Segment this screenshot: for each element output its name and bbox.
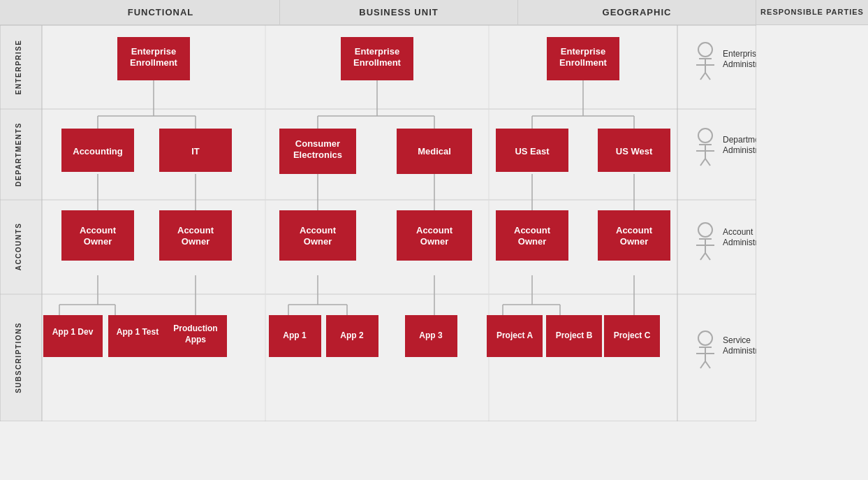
svg-rect-123 [699,238,712,240]
svg-rect-32 [61,210,134,261]
svg-text:Owner: Owner [420,236,448,247]
svg-text:Department: Department [723,135,756,145]
svg-text:Owner: Owner [304,236,332,247]
svg-rect-107 [699,58,712,59]
svg-line-135 [705,361,710,368]
header-functional: FUNCTIONAL [42,0,280,24]
svg-text:IT: IT [191,146,200,157]
svg-text:Service: Service [723,335,751,345]
svg-text:Apps: Apps [185,335,206,344]
svg-text:ENTERPRISE: ENTERPRISE [15,40,22,95]
svg-text:Account: Account [723,227,753,237]
svg-text:Account: Account [80,225,117,235]
svg-text:DEPARTMENTS: DEPARTMENTS [15,122,22,187]
svg-text:Administrators: Administrators [723,346,756,356]
svg-text:US East: US East [515,146,550,157]
svg-point-130 [698,331,712,345]
header-geographic: GEOGRAPHIC [518,0,756,24]
header-business-unit: BUSINESS UNIT [280,0,518,24]
svg-text:Project A: Project A [496,330,534,340]
svg-text:Owner: Owner [182,236,209,247]
svg-text:Owner: Owner [84,236,112,247]
svg-text:Consumer: Consumer [295,138,340,149]
svg-point-114 [698,129,712,143]
svg-text:Account: Account [300,225,337,235]
svg-point-122 [698,223,712,237]
svg-point-106 [698,43,712,57]
svg-text:Enterprise: Enterprise [131,46,176,57]
svg-text:Account: Account [616,225,653,235]
svg-rect-115 [699,144,712,145]
svg-text:Enterprise: Enterprise [723,49,756,59]
svg-rect-35 [159,210,232,261]
svg-text:App 2: App 2 [340,330,364,340]
svg-text:Owner: Owner [620,236,648,247]
svg-text:App 3: App 3 [419,330,443,340]
svg-text:Enrollment: Enrollment [559,57,608,68]
svg-text:Accounting: Accounting [73,146,123,157]
svg-text:Enrollment: Enrollment [130,57,178,68]
svg-text:Account: Account [177,225,214,235]
svg-text:App 1 Test: App 1 Test [117,327,159,337]
diagram-container: ENTERPRISE DEPARTMENTS ACCOUNTS SUBSCRIP… [0,25,868,480]
svg-text:App 1 Dev: App 1 Dev [52,327,94,337]
svg-text:Owner: Owner [518,236,546,247]
svg-text:Account: Account [514,225,551,235]
svg-rect-94 [496,210,568,261]
svg-rect-67 [397,210,472,261]
page-container: FUNCTIONAL BUSINESS UNIT GEOGRAPHIC RESP… [0,0,868,480]
svg-line-119 [705,159,710,166]
svg-text:Enterprise: Enterprise [355,46,399,57]
svg-text:Enrollment: Enrollment [353,57,402,68]
svg-text:Medical: Medical [418,146,451,157]
svg-rect-131 [699,347,712,348]
svg-text:Electronics: Electronics [293,150,342,160]
svg-text:Administrators: Administrators [723,238,756,247]
svg-text:ACCOUNTS: ACCOUNTS [15,223,22,271]
svg-text:Project C: Project C [614,330,651,340]
svg-rect-64 [279,210,356,261]
svg-text:US West: US West [616,146,653,157]
svg-text:Account: Account [416,225,453,235]
svg-line-134 [700,361,705,368]
svg-text:App 1: App 1 [283,330,307,340]
org-chart-svg: ENTERPRISE DEPARTMENTS ACCOUNTS SUBSCRIP… [0,25,756,421]
svg-text:Production: Production [173,323,217,333]
header-row: FUNCTIONAL BUSINESS UNIT GEOGRAPHIC RESP… [0,0,868,25]
svg-line-111 [705,73,710,80]
svg-text:Administrators: Administrators [723,145,756,155]
svg-text:SUBSCRIPTIONS: SUBSCRIPTIONS [15,322,22,393]
svg-text:Administrators: Administrators [723,59,756,69]
svg-line-118 [700,159,705,166]
svg-rect-97 [598,210,670,261]
header-responsible: RESPONSIBLE PARTIES [756,0,868,24]
svg-text:Project B: Project B [556,330,593,340]
svg-line-126 [700,253,705,260]
svg-line-127 [705,253,710,260]
content-area: ENTERPRISE DEPARTMENTS ACCOUNTS SUBSCRIP… [0,25,868,480]
svg-text:Enterprise: Enterprise [561,46,605,57]
svg-line-110 [700,73,705,80]
